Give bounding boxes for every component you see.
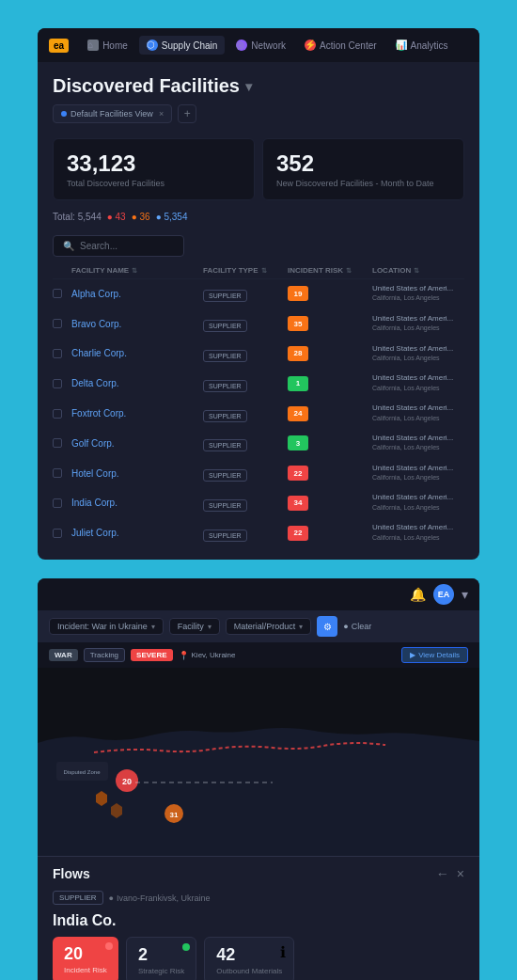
incident-risk-card: 20 Incident Risk bbox=[53, 937, 118, 980]
supplier-row: SUPPLIER ● Ivano-Frankivsk, Ukraine bbox=[38, 887, 479, 909]
nav-network[interactable]: ◎ Network bbox=[228, 36, 293, 55]
supplier-location: ● Ivano-Frankivsk, Ukraine bbox=[109, 893, 211, 903]
flows-close-button[interactable]: × bbox=[457, 866, 464, 881]
filter-dropdown-icon: ▾ bbox=[299, 623, 303, 631]
svg-text:20: 20 bbox=[122, 777, 132, 786]
tab-dot bbox=[61, 111, 67, 117]
row-checkbox[interactable] bbox=[53, 468, 62, 478]
panel-header: Discovered Facilities ▾ Default Faciliti… bbox=[38, 62, 479, 131]
total-summary-row: Total: 5,544 ● 43 ● 36 ● 5,354 bbox=[38, 208, 479, 229]
tab-close-icon[interactable]: × bbox=[159, 109, 164, 119]
supplier-type-badge: SUPPLIER bbox=[53, 891, 103, 905]
filter-material[interactable]: Material/Product ▾ bbox=[226, 618, 312, 635]
row-checkbox[interactable] bbox=[53, 438, 62, 448]
flows-title: Flows bbox=[53, 866, 90, 881]
table-row[interactable]: Hotel Corp. SUPPLIER 22 United States of… bbox=[53, 459, 464, 489]
details-icon: ▶ bbox=[410, 651, 415, 659]
table-row[interactable]: India Corp. SUPPLIER 34 United States of… bbox=[53, 488, 464, 518]
nav-supply-chain[interactable]: ⬡ Supply Chain bbox=[139, 36, 225, 55]
facility-type: SUPPLIER bbox=[203, 525, 288, 542]
facility-location: United States of Ameri...California, Los… bbox=[372, 284, 464, 304]
table-row[interactable]: Delta Corp. SUPPLIER 1 United States of … bbox=[53, 369, 464, 399]
row-checkbox[interactable] bbox=[53, 319, 62, 328]
row-checkbox[interactable] bbox=[53, 498, 62, 508]
filter-bar: Incident: War in Ukraine ▾ Facility ▾ Ma… bbox=[38, 610, 479, 642]
col-location[interactable]: LOCATION ⇅ bbox=[372, 266, 464, 275]
col-incident-risk[interactable]: INCIDENT RISK ⇅ bbox=[288, 266, 372, 275]
table-row[interactable]: Foxtrot Corp. SUPPLIER 24 United States … bbox=[53, 399, 464, 429]
row-checkbox[interactable] bbox=[53, 379, 62, 388]
bell-icon[interactable]: 🔔 bbox=[410, 587, 426, 602]
table-row[interactable]: Golf Corp. SUPPLIER 3 United States of A… bbox=[53, 429, 464, 459]
filter-options-button[interactable]: ⚙ bbox=[317, 616, 337, 637]
clear-filters-button[interactable]: ● Clear bbox=[343, 622, 371, 631]
chevron-down-icon[interactable]: ▾ bbox=[462, 587, 468, 602]
bottom-panel: 🔔 EA ▾ Incident: War in Ukraine ▾ Facili… bbox=[38, 578, 479, 980]
row-checkbox[interactable] bbox=[53, 289, 62, 298]
search-box[interactable]: 🔍 Search... bbox=[53, 235, 184, 257]
stats-row: 33,123 Total Discovered Facilities 352 N… bbox=[38, 131, 479, 208]
incident-risk: 1 bbox=[288, 376, 372, 391]
table-row[interactable]: Bravo Corp. SUPPLIER 35 United States of… bbox=[53, 309, 464, 340]
supply-chain-icon: ⬡ bbox=[147, 40, 158, 51]
strategic-risk-card: 2 Strategic Risk bbox=[126, 937, 196, 980]
orange-count: ● 36 bbox=[132, 212, 150, 222]
nav-analytics[interactable]: 📊 Analytics bbox=[388, 36, 456, 55]
severe-tag: SEVERE bbox=[131, 649, 172, 661]
incident-risk: 28 bbox=[288, 346, 372, 361]
facility-name[interactable]: India Corp. bbox=[71, 498, 203, 508]
facility-location: United States of Ameri...California, Los… bbox=[372, 493, 464, 513]
incident-risk: 19 bbox=[288, 286, 372, 301]
table-header: FACILITY NAME ⇅ FACILITY TYPE ⇅ INCIDENT… bbox=[53, 262, 464, 279]
flows-header: Flows ← × bbox=[38, 857, 479, 887]
table-row[interactable]: Juliet Corp. SUPPLIER 22 United States o… bbox=[53, 518, 464, 548]
facility-location: United States of Ameri...California, Los… bbox=[372, 314, 464, 334]
page-title: Discovered Facilities ▾ bbox=[53, 75, 464, 97]
map-svg: 20 31 Disputed Zone bbox=[38, 668, 479, 856]
default-facilities-tab[interactable]: Default Facilities View × bbox=[53, 104, 172, 123]
filter-dropdown-icon: ▾ bbox=[208, 623, 212, 631]
facility-name[interactable]: Hotel Corp. bbox=[71, 468, 203, 479]
nav-action-center[interactable]: ⚡ Action Center bbox=[297, 36, 384, 55]
total-facilities-number: 33,123 bbox=[67, 150, 241, 177]
view-details-button[interactable]: ▶ View Details bbox=[401, 647, 468, 663]
outbound-materials-card: ℹ 42 Outbound Materials bbox=[204, 937, 294, 980]
app-logo: ea bbox=[49, 39, 69, 53]
nav-home[interactable]: ⌂ Home bbox=[80, 36, 135, 55]
map-topbar: 🔔 EA ▾ bbox=[38, 578, 479, 610]
facility-location: United States of Ameri...California, Los… bbox=[372, 403, 464, 423]
filter-dropdown-icon: ▾ bbox=[151, 623, 155, 631]
search-placeholder: Search... bbox=[80, 241, 118, 251]
col-facility-name[interactable]: FACILITY NAME ⇅ bbox=[71, 266, 203, 275]
tracking-tag: Tracking bbox=[84, 648, 125, 662]
blue-count: ● 5,354 bbox=[156, 212, 188, 222]
table-body: Alpha Corp. SUPPLIER 19 United States of… bbox=[53, 279, 464, 548]
filter-incident[interactable]: Incident: War in Ukraine ▾ bbox=[49, 618, 164, 635]
facility-name[interactable]: Alpha Corp. bbox=[71, 289, 203, 299]
table-row[interactable]: Charlie Corp. SUPPLIER 28 United States … bbox=[53, 340, 464, 370]
facility-name[interactable]: Bravo Corp. bbox=[71, 319, 203, 329]
table-row[interactable]: Alpha Corp. SUPPLIER 19 United States of… bbox=[53, 279, 464, 309]
incident-location: 📍 Kiev, Ukraine bbox=[179, 651, 236, 660]
title-dropdown-arrow[interactable]: ▾ bbox=[245, 79, 252, 94]
clear-icon: ● bbox=[343, 622, 348, 631]
total-facilities-label: Total Discovered Facilities bbox=[67, 179, 241, 188]
facility-name[interactable]: Delta Corp. bbox=[71, 378, 203, 388]
incident-bar: WAR Tracking SEVERE 📍 Kiev, Ukraine ▶ Vi… bbox=[38, 642, 479, 668]
new-facilities-label: New Discovered Facilities - Month to Dat… bbox=[276, 179, 450, 188]
flows-back-button[interactable]: ← bbox=[436, 866, 449, 881]
facility-name[interactable]: Charlie Corp. bbox=[71, 348, 203, 358]
filter-facility[interactable]: Facility ▾ bbox=[169, 618, 220, 635]
facility-name[interactable]: Foxtrot Corp. bbox=[71, 408, 203, 419]
user-avatar[interactable]: EA bbox=[433, 584, 454, 605]
pin-icon: 📍 bbox=[179, 651, 189, 660]
col-facility-type[interactable]: FACILITY TYPE ⇅ bbox=[203, 266, 288, 275]
facility-location: United States of Ameri...California, Los… bbox=[372, 434, 464, 453]
sort-icon: ⇅ bbox=[261, 267, 267, 275]
facility-name[interactable]: Juliet Corp. bbox=[71, 528, 203, 538]
row-checkbox[interactable] bbox=[53, 349, 62, 358]
row-checkbox[interactable] bbox=[53, 529, 62, 538]
row-checkbox[interactable] bbox=[53, 409, 62, 419]
add-tab-button[interactable]: + bbox=[178, 104, 196, 123]
facility-name[interactable]: Golf Corp. bbox=[71, 438, 203, 449]
